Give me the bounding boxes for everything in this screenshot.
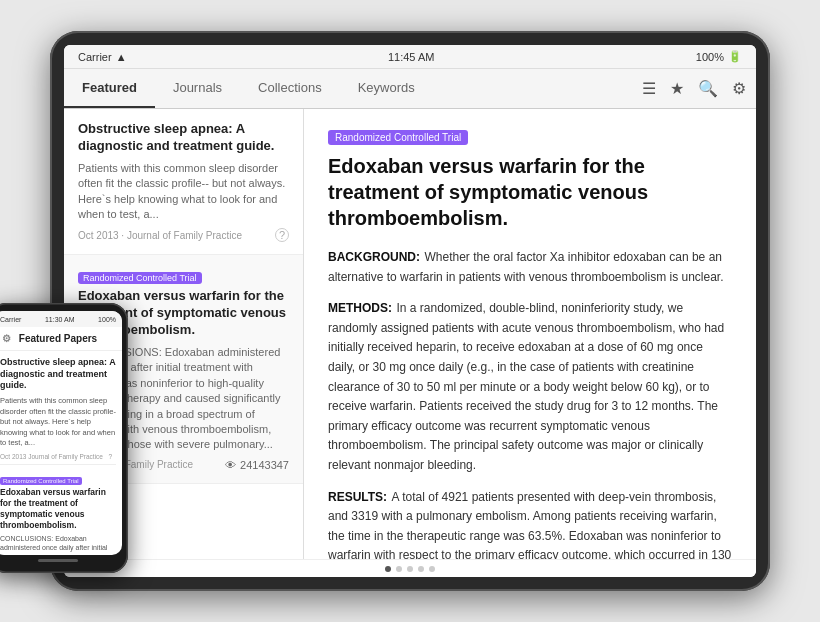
phone-nav-title: Featured Papers bbox=[19, 333, 97, 344]
results-label: RESULTS: bbox=[328, 490, 387, 504]
left-article2-views: 👁 24143347 bbox=[225, 459, 289, 471]
phone-status-bar: Carrier 11:30 AM 100% bbox=[0, 311, 122, 327]
phone-rct-badge: Randomized Controlled Trial bbox=[0, 477, 82, 485]
phone-article1-body: Patients with this common sleep disorder… bbox=[0, 396, 116, 449]
page-indicators bbox=[64, 559, 756, 577]
phone-article2-body: CONCLUSIONS: Edoxaban administered once … bbox=[0, 534, 116, 555]
star-icon[interactable]: ★ bbox=[670, 79, 684, 98]
battery-icon: 🔋 bbox=[728, 50, 742, 63]
nav-actions: ☰ ★ 🔍 ⚙ bbox=[632, 79, 756, 98]
content-area: Obstructive sleep apnea: A diagnostic an… bbox=[64, 109, 756, 559]
list-icon[interactable]: ☰ bbox=[642, 79, 656, 98]
phone-article2-title: Edoxaban versus warfarin for the treatme… bbox=[0, 487, 116, 531]
phone-divider bbox=[0, 464, 116, 465]
phone-nav-bar: ⚙ Featured Papers bbox=[0, 327, 122, 351]
phone-home-bar bbox=[38, 559, 78, 562]
tab-keywords[interactable]: Keywords bbox=[340, 69, 433, 108]
carrier-label: Carrier bbox=[78, 51, 112, 63]
methods-label: METHODS: bbox=[328, 301, 392, 315]
eye-icon: 👁 bbox=[225, 459, 236, 471]
tablet-screen: Carrier ▲ 11:45 AM 100% 🔋 Featured Journ… bbox=[64, 45, 756, 577]
gear-icon[interactable]: ⚙ bbox=[732, 79, 746, 98]
phone-time: 11:30 AM bbox=[45, 316, 75, 323]
phone-settings-icon[interactable]: ⚙ bbox=[2, 333, 11, 344]
right-article-title: Edoxaban versus warfarin for the treatme… bbox=[328, 153, 732, 231]
right-panel: Randomized Controlled Trial Edoxaban ver… bbox=[304, 109, 756, 559]
phone-battery: 100% bbox=[98, 316, 116, 323]
methods-text: In a randomized, double-blind, noninferi… bbox=[328, 301, 724, 472]
battery-label: 100% bbox=[696, 51, 724, 63]
status-left: Carrier ▲ bbox=[78, 51, 127, 63]
background-label: BACKGROUND: bbox=[328, 250, 420, 264]
left-rct-badge: Randomized Controlled Trial bbox=[78, 272, 202, 284]
tab-collections[interactable]: Collections bbox=[240, 69, 340, 108]
left-article1-meta: Oct 2013 · Journal of Family Practice ? bbox=[78, 228, 289, 242]
tablet-device: Carrier 11:30 AM 100% ⚙ Featured Papers … bbox=[50, 31, 770, 591]
left-article-card-1[interactable]: Obstructive sleep apnea: A diagnostic an… bbox=[64, 109, 303, 255]
left-article1-date: Oct 2013 · Journal of Family Practice bbox=[78, 230, 242, 241]
right-rct-badge: Randomized Controlled Trial bbox=[328, 130, 468, 145]
dot-3[interactable] bbox=[407, 566, 413, 572]
phone-article-2[interactable]: Randomized Controlled Trial Edoxaban ver… bbox=[0, 469, 116, 555]
phone-device: Carrier 11:30 AM 100% ⚙ Featured Papers … bbox=[0, 303, 128, 573]
status-right: 100% 🔋 bbox=[696, 50, 742, 63]
phone-home-indicator[interactable] bbox=[0, 555, 122, 565]
phone-content-area: Obstructive sleep apnea: A diagnostic an… bbox=[0, 351, 122, 555]
left-article1-title: Obstructive sleep apnea: A diagnostic an… bbox=[78, 121, 289, 155]
phone-carrier: Carrier bbox=[0, 316, 21, 323]
signal-icon: ▲ bbox=[116, 51, 127, 63]
search-icon[interactable]: 🔍 bbox=[698, 79, 718, 98]
phone-article1-title: Obstructive sleep apnea: A diagnostic an… bbox=[0, 357, 116, 392]
article-methods: METHODS: In a randomized, double-blind, … bbox=[328, 298, 732, 474]
phone-article-1[interactable]: Obstructive sleep apnea: A diagnostic an… bbox=[0, 357, 116, 460]
tab-journals[interactable]: Journals bbox=[155, 69, 240, 108]
left-article1-body: Patients with this common sleep disorder… bbox=[78, 161, 289, 223]
time-display: 11:45 AM bbox=[388, 51, 434, 63]
nav-tabs: Featured Journals Collections Keywords bbox=[64, 69, 632, 108]
dot-5[interactable] bbox=[429, 566, 435, 572]
dot-2[interactable] bbox=[396, 566, 402, 572]
article-background: BACKGROUND: Whether the oral factor Xa i… bbox=[328, 247, 732, 286]
dot-1[interactable] bbox=[385, 566, 391, 572]
phone-article1-meta: Oct 2013 Journal of Family Practice ? bbox=[0, 453, 116, 460]
tab-featured[interactable]: Featured bbox=[64, 69, 155, 108]
article-results: RESULTS: A total of 4921 patients presen… bbox=[328, 487, 732, 559]
help-icon[interactable]: ? bbox=[275, 228, 289, 242]
nav-bar: Featured Journals Collections Keywords ☰… bbox=[64, 69, 756, 109]
results-text: A total of 4921 patients presented with … bbox=[328, 490, 731, 559]
dot-4[interactable] bbox=[418, 566, 424, 572]
tablet-status-bar: Carrier ▲ 11:45 AM 100% 🔋 bbox=[64, 45, 756, 69]
